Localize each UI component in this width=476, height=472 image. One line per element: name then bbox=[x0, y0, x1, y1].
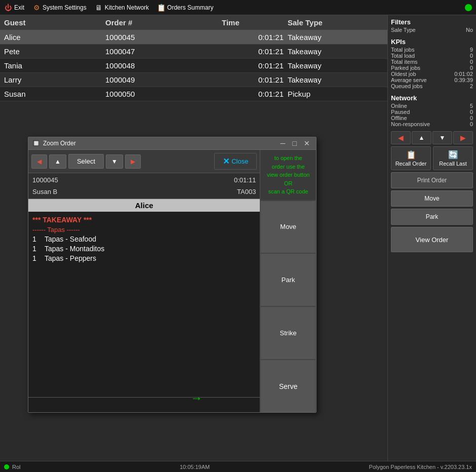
modal-up-button[interactable]: ▲ bbox=[49, 154, 66, 169]
modal-toolbar: ◀ ▲ Select ▼ ▶ ✕ Close bbox=[28, 150, 260, 173]
order-number: 1000045 bbox=[32, 176, 58, 184]
customer-row: Susan B TA003 bbox=[28, 187, 260, 199]
order-item: 1 Tapas - Seafood bbox=[32, 235, 256, 243]
modal-minimize-button[interactable]: ─ bbox=[279, 139, 288, 147]
tapas-header: ------ Tapas ------ bbox=[32, 226, 256, 233]
order-time: 0:01:11 bbox=[234, 176, 256, 184]
order-items-list: *** TAKEAWAY *** ------ Tapas ------ 1 T… bbox=[28, 212, 260, 397]
takeaway-label: *** TAKEAWAY *** bbox=[32, 216, 256, 224]
modal-maximize-button[interactable]: □ bbox=[291, 139, 299, 147]
modal-park-button[interactable]: Park bbox=[260, 253, 316, 306]
order-info: 1000045 0:01:11 bbox=[28, 173, 260, 187]
modal-title-bar: 🔲 Zoom Order ─ □ ✕ bbox=[28, 137, 316, 150]
scroll-arrow-indicator: → bbox=[190, 391, 203, 405]
modal-prev-page-button[interactable]: ◀ bbox=[31, 154, 47, 169]
item-name: Tapas - Montaditos bbox=[45, 245, 104, 253]
qr-instruction-text: to open the order use the view order but… bbox=[260, 150, 316, 201]
item-qty: 1 bbox=[32, 245, 41, 253]
select-button[interactable]: Select bbox=[68, 154, 104, 169]
close-modal-label: Close bbox=[231, 158, 248, 165]
zoom-order-modal: 🔲 Zoom Order ─ □ ✕ ◀ ▲ Select bbox=[28, 137, 316, 413]
customer-name: Susan B bbox=[32, 188, 57, 195]
modal-close-button[interactable]: ✕ bbox=[302, 139, 312, 147]
modal-down-button[interactable]: ▼ bbox=[106, 154, 123, 169]
modal-move-button[interactable]: Move bbox=[260, 201, 316, 254]
close-modal-button[interactable]: ✕ Close bbox=[214, 153, 257, 170]
modal-next-icon: ▶ bbox=[131, 158, 135, 165]
modal-title-icon: 🔲 bbox=[32, 140, 40, 147]
item-name: Tapas - Seafood bbox=[45, 235, 96, 243]
item-name: Tapas - Peppers bbox=[45, 254, 96, 262]
modal-up-icon: ▲ bbox=[55, 158, 61, 165]
modal-left: ◀ ▲ Select ▼ ▶ ✕ Close bbox=[28, 150, 260, 412]
modal-right-buttons: to open the order use the view order but… bbox=[260, 150, 316, 412]
modal-next-page-button[interactable]: ▶ bbox=[125, 154, 141, 169]
modal-title-text: Zoom Order bbox=[43, 140, 275, 147]
modal-overlay: 🔲 Zoom Order ─ □ ✕ ◀ ▲ Select bbox=[0, 0, 476, 472]
guest-name-banner: Alice bbox=[28, 199, 260, 212]
terminal-id: TA003 bbox=[237, 188, 256, 195]
modal-prev-icon: ◀ bbox=[37, 158, 42, 165]
order-item: 1 Tapas - Montaditos bbox=[32, 245, 256, 253]
modal-down-icon: ▼ bbox=[111, 158, 117, 165]
item-qty: 1 bbox=[32, 254, 41, 262]
modal-body: ◀ ▲ Select ▼ ▶ ✕ Close bbox=[28, 150, 316, 412]
item-qty: 1 bbox=[32, 235, 41, 243]
modal-serve-button[interactable]: Serve bbox=[260, 360, 316, 412]
order-item: 1 Tapas - Peppers bbox=[32, 254, 256, 262]
modal-strike-button[interactable]: Strike bbox=[260, 306, 316, 360]
close-x-icon: ✕ bbox=[223, 156, 229, 166]
